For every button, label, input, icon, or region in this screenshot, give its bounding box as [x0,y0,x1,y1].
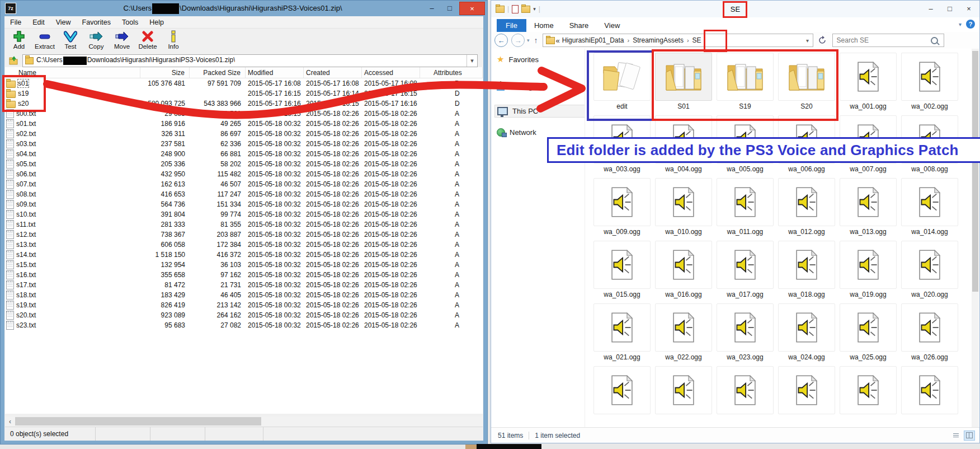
folder-tile-s01[interactable]: S01 [653,53,714,115]
folder-tile-edit[interactable]: edit [591,53,653,115]
column-header-modified[interactable]: Modified [246,67,304,78]
file-tile-wa_017[interactable]: wa_017.ogg [714,241,776,303]
vertical-scrollbar[interactable] [972,49,979,427]
address-dropdown-icon[interactable]: ▾ [803,34,813,46]
scrollbar-thumb[interactable] [15,417,261,425]
menu-item-favorites[interactable]: Favorites [82,18,111,26]
sevenzip-titlebar[interactable]: 7z C:\Users\Downloads\Higurashi\Higurash… [1,1,487,16]
file-tile-wa_025[interactable]: wa_025.ogg [837,303,899,366]
file-tile-wa_019[interactable]: wa_019.ogg [837,241,899,303]
column-header-name[interactable]: Name [5,67,140,78]
menu-item-view[interactable]: View [56,18,71,26]
breadcrumb-item-higurashiep01_data[interactable]: HigurashiEp01_Data [562,36,624,44]
folder-properties-icon[interactable] [521,6,530,13]
toolbar-button-move[interactable]: Move [111,30,133,50]
file-tile-wa_014[interactable]: wa_014.ogg [899,178,960,241]
file-tile-clipped[interactable] [591,366,653,427]
scroll-left-icon[interactable]: ‹ [5,418,15,425]
file-tile-wa_020[interactable]: wa_020.ogg [899,241,960,303]
breadcrumb-item-streamingassets[interactable]: StreamingAssets [633,36,684,44]
parent-folder-icon[interactable] [8,55,19,66]
sidebar-item-homegroup[interactable]: Homegroup [497,82,547,91]
toolbar-button-info[interactable]: Info [162,30,185,50]
toolbar-button-add[interactable]: Add [8,30,30,50]
table-row[interactable]: s09.txt564 736151 3342015-05-18 00:32201… [5,199,483,209]
file-tile-wa_024[interactable]: wa_024.ogg [776,303,837,366]
thumbnail-view-button[interactable] [964,431,975,441]
table-row[interactable]: s06.txt432 950115 4822015-05-18 00:32201… [5,169,483,179]
close-button[interactable]: × [962,3,976,14]
menu-item-tools[interactable]: Tools [122,18,138,26]
maximize-button[interactable]: □ [943,3,957,14]
file-tile-wa_018[interactable]: wa_018.ogg [776,241,837,303]
breadcrumb-bar[interactable]: « HigurashiEp01_Data›StreamingAssets›SE … [543,34,813,47]
help-icon[interactable]: ? [966,20,975,29]
table-row[interactable]: s19.txt826 419213 1422015-05-18 00:32201… [5,300,483,310]
back-button[interactable]: ← [494,34,508,47]
table-row[interactable]: s07.txt162 61346 5072015-05-18 00:322015… [5,179,483,189]
table-row[interactable]: s11.txt281 33381 3552015-05-18 00:322015… [5,219,483,230]
scrollbar-thumb[interactable] [972,51,978,292]
table-row[interactable]: s13.txt606 058172 3842015-05-18 00:32201… [5,240,483,250]
column-header-attributes[interactable]: Attributes [420,67,483,78]
breadcrumb-overflow[interactable]: « [555,36,562,45]
table-row[interactable]: s15.txt132 95436 1032015-05-18 00:322015… [5,260,483,270]
file-tile-wa_015[interactable]: wa_015.ogg [591,241,653,303]
table-row[interactable]: s192015-05-17 16:152015-05-17 16:142015-… [5,88,483,99]
tab-view[interactable]: View [596,19,628,32]
file-tile-clipped[interactable] [653,366,714,427]
table-row[interactable]: s03.txt237 58162 3362015-05-18 00:322015… [5,139,483,149]
address-dropdown-icon[interactable] [467,55,477,67]
explorer-titlebar[interactable]: | ▾ | SE – □ × [491,1,979,17]
file-tile-clipped[interactable] [776,366,837,427]
file-tile-wa_021[interactable]: wa_021.ogg [591,303,653,366]
new-folder-icon[interactable] [512,5,519,13]
recent-locations-icon[interactable]: ▾ [527,38,530,43]
table-row[interactable]: s10.txt391 80499 7742015-05-18 00:322015… [5,209,483,219]
search-icon[interactable] [931,37,938,44]
column-header-accessed[interactable]: Accessed [362,67,420,78]
file-tile-wa_001[interactable]: wa_001.ogg [837,53,899,115]
table-row[interactable]: s01105 376 48197 591 7092015-05-17 16:08… [5,78,483,88]
address-combobox[interactable]: C:\UsersDownloads\Higurashi\HigurashiPS3… [22,54,478,67]
table-row[interactable]: s16.txt355 65897 1622015-05-18 00:322015… [5,270,483,280]
table-row[interactable]: s02.txt326 31186 6972015-05-18 00:322015… [5,129,483,139]
toolbar-button-delete[interactable]: Delete [136,30,159,50]
tab-home[interactable]: Home [526,19,562,32]
table-row[interactable]: s18.txt183 42946 4052015-05-18 00:322015… [5,290,483,300]
horizontal-scrollbar[interactable]: ‹ [5,417,483,426]
up-button[interactable]: ↑ [534,36,538,45]
minimize-button[interactable]: – [423,2,440,14]
table-row[interactable]: s08.txt416 653117 2472015-05-18 00:32201… [5,189,483,199]
column-header-size[interactable]: Size [140,67,190,78]
menu-item-help[interactable]: Help [149,18,164,26]
sidebar-item-this-pc[interactable]: This PC [494,105,585,118]
table-row[interactable]: s05.txt205 33658 2022015-05-18 00:322015… [5,159,483,169]
table-row[interactable]: s00.txt29 6881 5612015-05-17 18:152015-0… [5,109,483,119]
tab-file[interactable]: File [497,19,526,32]
toolbar-button-copy[interactable]: Copy [85,30,107,50]
file-list-header[interactable]: NameSizePacked SizeModifiedCreatedAccess… [5,67,483,78]
table-row[interactable]: s12.txt738 367203 8872015-05-18 00:32201… [5,230,483,240]
folder-icon[interactable] [496,6,505,13]
file-tile-wa_026[interactable]: wa_026.ogg [899,303,960,366]
folder-tile-s20[interactable]: S20 [776,53,837,115]
tab-share[interactable]: Share [562,19,597,32]
table-row[interactable]: s14.txt1 518 150416 3722015-05-18 00:322… [5,250,483,260]
file-tile-wa_023[interactable]: wa_023.ogg [714,303,776,366]
refresh-icon[interactable] [818,36,827,45]
file-tile-wa_016[interactable]: wa_016.ogg [653,241,714,303]
file-tile-clipped[interactable] [899,366,960,427]
close-button[interactable]: × [459,2,485,15]
table-row[interactable]: s23.txt95 68327 0822015-05-18 00:322015-… [5,320,483,330]
forward-button[interactable]: → [511,34,525,47]
search-box[interactable] [832,34,944,47]
menu-item-file[interactable]: File [10,18,21,26]
file-tile-clipped[interactable] [837,366,899,427]
file-tile-wa_013[interactable]: wa_013.ogg [837,178,899,241]
search-input[interactable] [833,36,931,45]
file-tile-wa_009[interactable]: wa_009.ogg [591,178,653,241]
table-row[interactable]: s01.txt186 91649 2652015-05-18 00:322015… [5,119,483,129]
menu-item-edit[interactable]: Edit [32,18,45,26]
maximize-button[interactable]: □ [441,2,458,14]
